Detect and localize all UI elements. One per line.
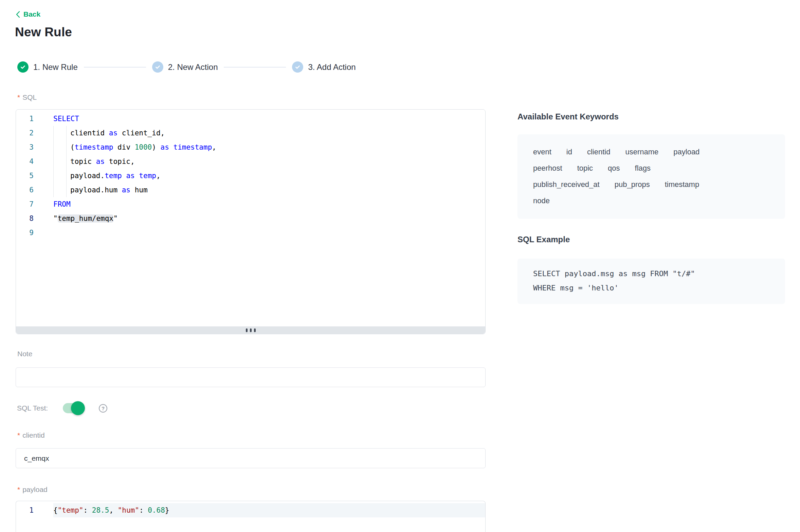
help-question-icon[interactable]: ? — [99, 404, 107, 413]
sql-example-title: SQL Example — [517, 235, 570, 244]
code-line[interactable]: SELECT — [53, 112, 485, 126]
step-2-new-action: 2. New Action — [152, 61, 218, 73]
chevron-left-icon — [16, 11, 20, 18]
sql-code-editor[interactable]: 123456789 SELECTclientid as client_id,(t… — [16, 109, 486, 334]
step-1-new-rule: 1. New Rule — [17, 61, 78, 73]
keyword-flags[interactable]: flags — [635, 164, 651, 172]
code-token — [122, 172, 126, 180]
code-token: timestamp — [75, 143, 113, 151]
clientid-input[interactable] — [16, 448, 486, 468]
code-token: payload.hum — [70, 186, 122, 194]
code-token: temp_hum/emqx — [58, 214, 113, 223]
line-number: 6 — [16, 183, 50, 197]
indent-guide — [53, 183, 70, 197]
code-token: ) — [152, 143, 160, 151]
code-line[interactable]: (timestamp div 1000) as timestamp, — [53, 140, 485, 154]
keyword-row: node — [533, 193, 769, 209]
payload-editor-code[interactable]: {"temp": 28.5, "hum": 0.68} — [50, 501, 485, 517]
required-asterisk: * — [17, 93, 20, 101]
sql-example-box: SELECT payload.msg as msg FROM "t/#"WHER… — [517, 259, 785, 304]
code-token: , — [109, 506, 117, 514]
line-number: 2 — [16, 126, 50, 140]
note-field-label: Note — [17, 349, 32, 359]
code-token: { — [53, 506, 58, 514]
sql-editor-gutter: 123456789 — [16, 110, 50, 327]
code-token: as — [161, 143, 169, 151]
code-token: } — [165, 506, 169, 514]
keywords-panel-title: Available Event Keywords — [517, 112, 619, 121]
keyword-id[interactable]: id — [566, 148, 572, 156]
indent-guide — [53, 154, 70, 169]
payload-code-editor[interactable]: 1 {"temp": 28.5, "hum": 0.68} — [16, 501, 486, 532]
keyword-timestamp[interactable]: timestamp — [665, 180, 699, 189]
required-asterisk: * — [17, 431, 20, 439]
keyword-payload[interactable]: payload — [673, 148, 699, 156]
code-token: : — [84, 506, 92, 514]
step-pending-check-icon — [292, 61, 303, 73]
code-token: 28.5 — [92, 506, 109, 514]
line-number: 7 — [16, 197, 50, 211]
keyword-node[interactable]: node — [533, 196, 550, 205]
step-connector — [84, 67, 146, 68]
code-token: as — [122, 186, 130, 194]
toggle-knob — [71, 401, 85, 415]
code-line[interactable]: FROM — [53, 197, 485, 211]
code-token: , — [212, 143, 216, 151]
indent-guide — [53, 126, 70, 140]
keyword-publish_received_at[interactable]: publish_received_at — [533, 180, 600, 189]
resize-dot — [246, 328, 248, 332]
line-number: 3 — [16, 140, 50, 154]
code-token — [135, 172, 139, 180]
code-token: : — [139, 506, 148, 514]
code-line[interactable]: {"temp": 28.5, "hum": 0.68} — [53, 503, 485, 517]
required-asterisk: * — [17, 486, 20, 493]
code-token: topic, — [105, 157, 135, 166]
code-line[interactable]: clientid as client_id, — [53, 126, 485, 140]
sql-example-line: SELECT payload.msg as msg FROM "t/#" — [533, 267, 769, 281]
line-number: 1 — [16, 503, 50, 517]
keyword-topic[interactable]: topic — [577, 164, 593, 172]
step-3-label: 3. Add Action — [308, 62, 356, 72]
code-line[interactable]: payload.hum as hum — [53, 183, 485, 197]
back-button[interactable]: Back — [16, 10, 40, 18]
code-token: , — [156, 172, 161, 180]
payload-field-label: *payload — [17, 484, 48, 495]
steps-bar: 1. New Rule 2. New Action 3. Add Action — [17, 61, 356, 73]
new-rule-page: Back New Rule 1. New Rule 2. New Action … — [0, 0, 800, 532]
indent-guide — [53, 140, 70, 154]
sql-editor-code[interactable]: SELECTclientid as client_id,(timestamp d… — [50, 110, 485, 327]
code-line[interactable] — [53, 226, 485, 240]
code-token: as — [109, 129, 117, 137]
keyword-peerhost[interactable]: peerhost — [533, 164, 562, 172]
keyword-username[interactable]: username — [625, 148, 658, 156]
keyword-event[interactable]: event — [533, 148, 551, 156]
sql-test-toggle[interactable] — [63, 403, 84, 413]
keyword-pub_props[interactable]: pub_props — [615, 180, 650, 189]
code-token: "hum" — [118, 506, 139, 514]
code-token: as — [96, 157, 105, 166]
code-token: hum — [130, 186, 148, 194]
editor-resize-handle[interactable] — [16, 326, 485, 334]
indent-guide — [53, 169, 70, 183]
step-1-label: 1. New Rule — [33, 62, 78, 72]
code-token: temp — [139, 172, 156, 180]
keyword-qos[interactable]: qos — [608, 164, 620, 172]
code-token: topic — [70, 157, 96, 166]
line-number: 9 — [16, 226, 50, 240]
code-token: "temp" — [58, 506, 84, 514]
code-line[interactable]: payload.temp as temp, — [53, 169, 485, 183]
code-line[interactable]: topic as topic, — [53, 154, 485, 169]
step-2-label: 2. New Action — [168, 62, 218, 72]
line-number: 1 — [16, 112, 50, 126]
code-token: client_id, — [117, 129, 165, 137]
keyword-clientid[interactable]: clientid — [587, 148, 610, 156]
keyword-row: publish_received_atpub_propstimestamp — [533, 176, 769, 193]
back-label: Back — [23, 10, 40, 18]
clientid-field-label: *clientid — [17, 430, 45, 440]
code-line[interactable]: "temp_hum/emqx" — [53, 211, 485, 226]
resize-dot — [250, 328, 252, 332]
note-input[interactable] — [16, 367, 486, 387]
payload-editor-gutter: 1 — [16, 501, 50, 517]
step-3-add-action: 3. Add Action — [292, 61, 356, 73]
code-token: 1000 — [135, 143, 152, 151]
